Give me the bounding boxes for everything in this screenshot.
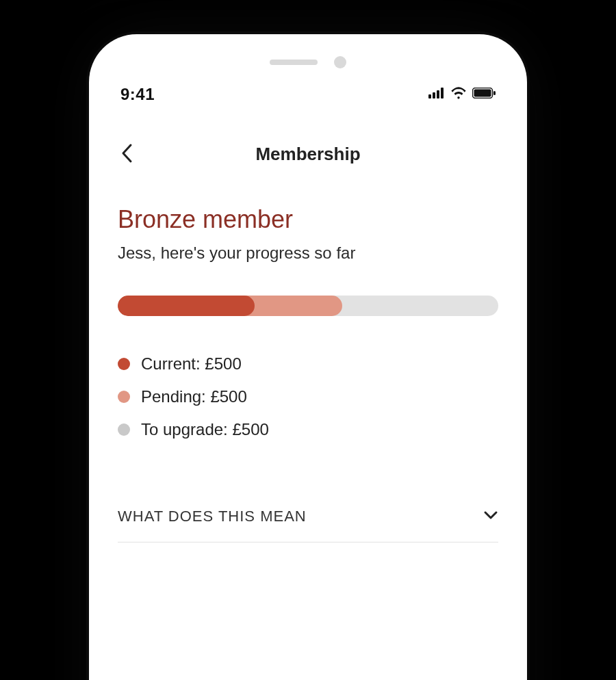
stage: 9:41	[0, 0, 616, 680]
status-bar: 9:41	[89, 81, 527, 108]
front-camera	[334, 56, 346, 68]
content-area: Bronze member Jess, here's your progress…	[89, 205, 527, 542]
back-button[interactable]	[114, 140, 141, 168]
progress-subtitle: Jess, here's your progress so far	[118, 244, 498, 263]
chevron-down-icon	[483, 510, 498, 523]
legend-label-pending: Pending: £500	[141, 387, 247, 406]
svg-rect-0	[428, 94, 431, 99]
svg-rect-1	[433, 92, 435, 99]
progress-bar	[118, 296, 498, 316]
legend-dot-pending	[118, 391, 130, 403]
status-time: 9:41	[120, 85, 155, 104]
nav-bar: Membership	[89, 137, 527, 171]
svg-rect-3	[441, 88, 444, 99]
legend-row-pending: Pending: £500	[118, 387, 498, 406]
battery-icon	[472, 88, 496, 101]
phone-speaker-area	[89, 56, 527, 68]
tier-title: Bronze member	[118, 205, 498, 234]
chevron-left-icon	[120, 143, 134, 166]
legend-label-current: Current: £500	[141, 354, 242, 374]
legend-dot-current	[118, 358, 130, 370]
accordion-label: WHAT DOES THIS MEAN	[118, 508, 307, 525]
page-title: Membership	[255, 144, 360, 165]
legend-label-upgrade: To upgrade: £500	[141, 420, 269, 439]
svg-rect-5	[474, 90, 491, 97]
legend-row-current: Current: £500	[118, 354, 498, 374]
status-icons	[428, 87, 496, 102]
legend-row-upgrade: To upgrade: £500	[118, 420, 498, 439]
accordion-what-does-this-mean[interactable]: WHAT DOES THIS MEAN	[118, 494, 498, 542]
phone-frame: 9:41	[89, 34, 527, 680]
progress-legend: Current: £500 Pending: £500 To upgrade: …	[118, 354, 498, 439]
wifi-icon	[450, 87, 467, 102]
cellular-icon	[428, 88, 445, 101]
legend-dot-upgrade	[118, 423, 130, 436]
speaker-slot	[270, 60, 318, 65]
svg-rect-2	[437, 90, 439, 99]
svg-rect-6	[493, 91, 496, 95]
progress-current-fill	[118, 296, 255, 316]
